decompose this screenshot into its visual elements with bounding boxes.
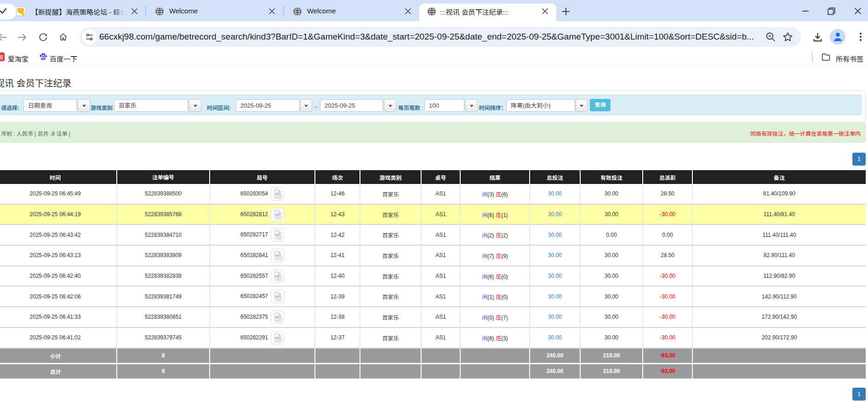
svg-text:淘: 淘 — [0, 52, 3, 61]
svg-text:du: du — [41, 56, 45, 59]
